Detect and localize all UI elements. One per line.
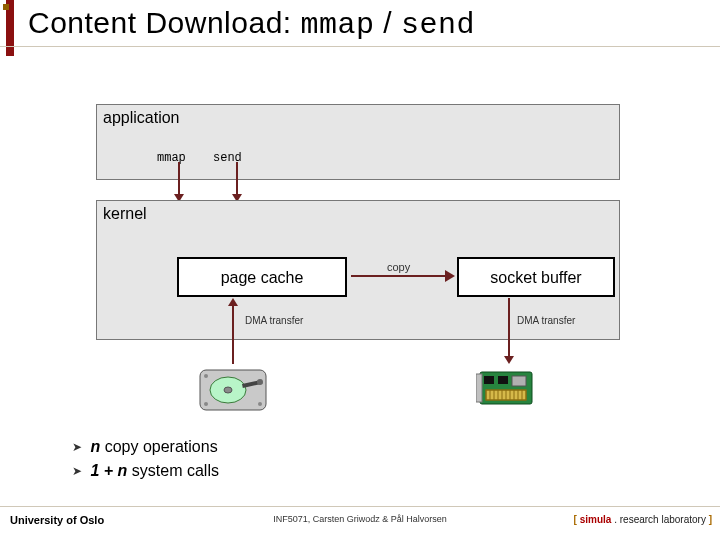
bullet-2: ➤ 1 + n system calls (72, 462, 219, 480)
footer-simula: [ simula . research laboratory ] (574, 514, 712, 525)
svg-rect-11 (498, 376, 508, 384)
accent-square (3, 4, 9, 10)
title-code-mmap: mmap (301, 8, 375, 42)
svg-point-2 (224, 387, 232, 393)
page-cache-box: page cache (177, 257, 347, 297)
label-dma-right: DMA transfer (517, 315, 575, 326)
bullet-1-rest: copy operations (100, 438, 217, 455)
svg-point-6 (204, 402, 208, 406)
syscall-mmap-label: mmap (157, 151, 186, 165)
svg-point-7 (258, 402, 262, 406)
label-dma-left: DMA transfer (245, 315, 303, 326)
disk-icon (194, 360, 274, 418)
bullet-1-var: n (90, 438, 100, 455)
bullet-2-pre: 1 + (90, 462, 117, 479)
application-box: application mmap send (96, 104, 620, 180)
kernel-label: kernel (103, 205, 147, 223)
title-rule (0, 46, 720, 47)
label-copy: copy (387, 261, 410, 273)
nic-icon (476, 366, 546, 412)
footer-rule (0, 506, 720, 507)
bullet-list: ➤ n copy operations ➤ 1 + n system calls (72, 438, 219, 486)
simula-rest: research laboratory (620, 514, 706, 525)
svg-point-5 (204, 374, 208, 378)
title-code-send: send (401, 8, 475, 42)
page-title: Content Download: mmap / send (28, 6, 475, 42)
title-sep: / (375, 6, 402, 39)
bullet-icon: ➤ (72, 440, 86, 454)
socket-buffer-box: socket buffer (457, 257, 615, 297)
kernel-box: kernel page cache socket buffer copy DMA… (96, 200, 620, 340)
simula-name: simula (580, 514, 612, 525)
simula-dot: . (611, 514, 619, 525)
simula-bracket-close: ] (706, 514, 712, 525)
bullet-1: ➤ n copy operations (72, 438, 219, 456)
application-label: application (103, 109, 180, 127)
title-prefix: Content Download: (28, 6, 301, 39)
svg-rect-12 (512, 376, 526, 386)
svg-point-4 (257, 379, 263, 385)
bullet-icon: ➤ (72, 464, 86, 478)
bullet-2-rest: system calls (127, 462, 219, 479)
bullet-2-var: n (118, 462, 128, 479)
svg-rect-9 (476, 374, 482, 402)
svg-rect-10 (484, 376, 494, 384)
